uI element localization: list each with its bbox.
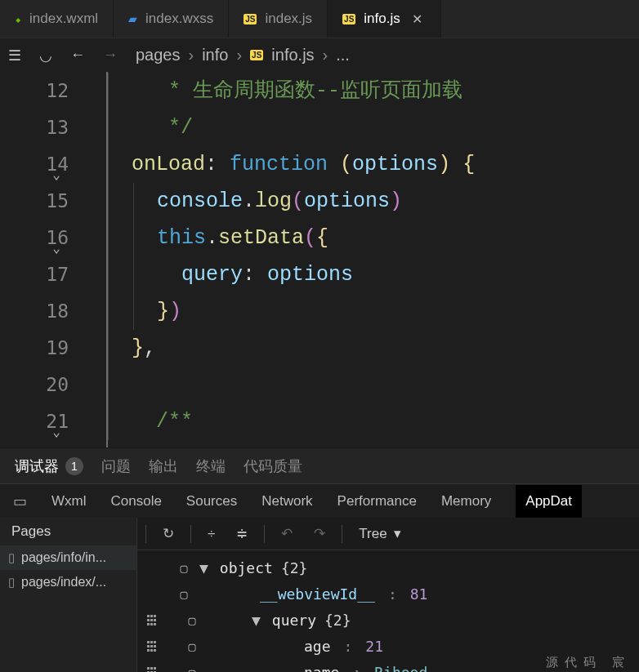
- code-content[interactable]: * 生命周期函数--监听页面加载 */ onLoad: function (op…: [106, 72, 639, 447]
- wxss-icon: ▰: [128, 12, 137, 25]
- network-tab[interactable]: Network: [261, 493, 312, 510]
- line-number: 17: [0, 256, 69, 293]
- file-icon: ▯: [8, 575, 15, 590]
- js-icon: JS: [250, 50, 263, 60]
- crumb[interactable]: info: [202, 46, 228, 65]
- line-number: 16⌄: [0, 220, 69, 256]
- tab-label: info.js: [364, 11, 400, 27]
- wxml-tab[interactable]: Wxml: [51, 493, 86, 510]
- editor-tabs-bar: ⬥index.wxml ▰index.wxss JSindex.js JSinf…: [0, 0, 639, 38]
- memory-tab[interactable]: Memory: [441, 493, 491, 510]
- view-mode-select[interactable]: Tree▾: [359, 525, 400, 542]
- crumb[interactable]: pages: [136, 46, 181, 65]
- crumb-ellipsis[interactable]: ...: [336, 46, 350, 65]
- line-number: 19: [0, 330, 69, 367]
- tab-info-js[interactable]: JSinfo.js✕: [328, 0, 441, 38]
- terminal-tab[interactable]: 终端: [196, 456, 226, 476]
- count-badge: 1: [65, 457, 83, 475]
- tab-index-wxml[interactable]: ⬥index.wxml: [0, 0, 114, 38]
- expand-up-icon[interactable]: ÷: [203, 526, 220, 542]
- breadcrumb[interactable]: pages › info › JS info.js › ...: [136, 46, 350, 65]
- fold-icon[interactable]: ⌄: [52, 413, 60, 450]
- line-number: 20: [0, 367, 69, 403]
- pages-title: Pages: [0, 518, 136, 545]
- line-number: 21⌄: [0, 403, 69, 440]
- undo-icon[interactable]: ↶: [276, 525, 297, 542]
- chevron-right-icon: ›: [236, 46, 242, 65]
- data-toolbar: ↻ ÷ ≑ ↶ ↷ Tree▾: [137, 518, 639, 550]
- tree-row[interactable]: ▢▼query {2}: [147, 607, 629, 634]
- tab-index-js[interactable]: JSindex.js: [229, 0, 328, 38]
- tab-index-wxss[interactable]: ▰index.wxss: [114, 0, 229, 38]
- chevron-down-icon: ▾: [394, 525, 401, 542]
- drag-handle-icon[interactable]: [147, 615, 159, 626]
- line-number: 13: [0, 109, 69, 146]
- forward-icon[interactable]: →: [103, 47, 118, 64]
- inspect-icon[interactable]: ▭: [13, 492, 27, 510]
- debugger-tab[interactable]: 调试器1: [15, 456, 83, 476]
- status-text: 源代码 宸: [546, 655, 631, 670]
- drag-handle-icon[interactable]: [147, 641, 159, 652]
- expand-icon[interactable]: ▼: [199, 555, 208, 581]
- collapse-down-icon[interactable]: ≑: [231, 525, 252, 542]
- close-icon[interactable]: ✕: [409, 11, 426, 27]
- devtools-tab-bar: ▭ Wxml Console Sources Network Performan…: [0, 483, 639, 518]
- js-icon: JS: [342, 14, 355, 24]
- output-tab[interactable]: 输出: [149, 456, 178, 476]
- line-number: 12: [0, 73, 69, 109]
- back-icon[interactable]: ←: [70, 47, 85, 64]
- tab-label: index.wxss: [145, 11, 213, 27]
- data-tree: ▢▼object {2} ▢__webviewId__:81 ▢▼query {…: [137, 550, 639, 672]
- box-icon[interactable]: ▢: [185, 660, 199, 672]
- console-tab[interactable]: Console: [110, 493, 161, 510]
- tree-row[interactable]: ▢__webviewId__:81: [147, 581, 629, 607]
- sources-tab[interactable]: Sources: [186, 493, 237, 510]
- code-editor[interactable]: 12 13 14⌄ 15 16⌄ 17 18 19 20 21⌄ * 生命周期函…: [0, 72, 639, 447]
- appdata-inspector: Pages ▯pages/info/in... ▯pages/index/...…: [0, 518, 639, 672]
- drag-handle-icon[interactable]: [147, 667, 159, 672]
- editor-action-bar: ☰ ◡ ← → pages › info › JS info.js › ...: [0, 38, 639, 72]
- data-view-panel: ↻ ÷ ≑ ↶ ↷ Tree▾ ▢▼object {2} ▢__webviewI…: [137, 518, 639, 672]
- box-icon[interactable]: ▢: [185, 634, 199, 660]
- chevron-right-icon: ›: [189, 46, 194, 65]
- tree-row[interactable]: ▢▼object {2}: [147, 555, 629, 581]
- appdata-tab[interactable]: AppDat: [516, 485, 582, 518]
- refresh-icon[interactable]: ↻: [158, 525, 179, 542]
- quality-tab[interactable]: 代码质量: [244, 456, 302, 476]
- pages-panel: Pages ▯pages/info/in... ▯pages/index/...: [0, 518, 137, 672]
- page-item[interactable]: ▯pages/index/...: [0, 570, 136, 594]
- box-icon[interactable]: ▢: [177, 581, 191, 607]
- js-icon: JS: [244, 14, 257, 24]
- line-gutter: 12 13 14⌄ 15 16⌄ 17 18 19 20 21⌄: [0, 72, 106, 447]
- tab-label: index.wxml: [29, 11, 98, 27]
- list-icon[interactable]: ☰: [8, 47, 21, 65]
- crumb[interactable]: info.js: [271, 46, 314, 65]
- chevron-right-icon: ›: [323, 46, 328, 65]
- redo-icon[interactable]: ↷: [309, 525, 330, 542]
- box-icon[interactable]: ▢: [177, 555, 191, 581]
- bookmark-icon[interactable]: ◡: [39, 47, 52, 65]
- tab-label: index.js: [265, 11, 312, 27]
- wxml-icon: ⬥: [15, 12, 21, 25]
- issues-tab[interactable]: 问题: [101, 456, 131, 476]
- line-number: 14⌄: [0, 146, 69, 183]
- box-icon[interactable]: ▢: [185, 607, 199, 634]
- performance-tab[interactable]: Performance: [337, 493, 417, 510]
- expand-icon[interactable]: ▼: [252, 607, 261, 634]
- page-item[interactable]: ▯pages/info/in...: [0, 545, 136, 570]
- line-number: 15: [0, 183, 69, 220]
- file-icon: ▯: [8, 550, 15, 565]
- line-number: 18: [0, 293, 69, 330]
- debugger-tab-bar: 调试器1 问题 输出 终端 代码质量: [0, 447, 639, 483]
